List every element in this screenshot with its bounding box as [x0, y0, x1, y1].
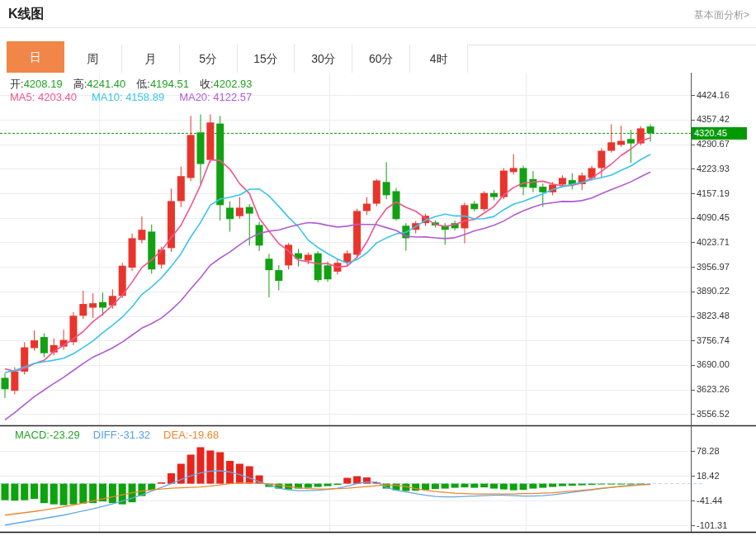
price-axis-label: 4023.71 [697, 237, 730, 247]
macd-legend: MACD:-23.29DIFF:-31.32DEA:-19.68 [15, 429, 232, 441]
high-label: 高: [73, 78, 87, 90]
ma-legend: MA5: 4203.40MA10: 4158.89MA20: 4122.57 [10, 91, 267, 103]
macd-axis-label: -41.44 [697, 496, 722, 505]
price-axis-label: 3556.52 [697, 409, 730, 419]
price-axis-label: 4223.93 [697, 164, 730, 173]
price-axis-label: 3956.97 [697, 262, 730, 272]
low-label: 低: [136, 78, 150, 90]
ma-legend-item-1: MA10: 4158.89 [92, 91, 164, 103]
tab-period-6[interactable]: 60分 [352, 45, 410, 73]
tab-period-4[interactable]: 15分 [238, 45, 295, 73]
price-axis-label: 4357.42 [697, 114, 730, 124]
macd-legend-item-0: MACD:-23.29 [15, 429, 80, 441]
macd-legend-item-1: DIFF:-31.32 [93, 429, 150, 441]
tab-period-5[interactable]: 30分 [295, 45, 353, 73]
ohlc-legend: 开:4208.19高:4241.40低:4194.51收:4202.93 [10, 77, 263, 92]
tab-period-3[interactable]: 5分 [180, 45, 238, 73]
last-price-tag: 4320.45 [692, 127, 747, 140]
ma-legend-item-0: MA5: 4203.40 [10, 91, 77, 103]
price-axis-label: 4424.16 [697, 90, 730, 100]
macd-axis-label: -101.31 [697, 520, 727, 530]
price-axis-label: 3823.48 [697, 311, 730, 320]
close-value: 4202.93 [214, 78, 253, 90]
close-label: 收: [200, 78, 214, 90]
open-value: 4208.19 [24, 78, 63, 90]
tab-period-2[interactable]: 月 [122, 45, 180, 73]
low-value: 4194.51 [150, 78, 189, 90]
price-axis-label: 4290.67 [697, 139, 730, 149]
page-title: K线图 [8, 6, 45, 23]
price-axis-label: 3756.74 [697, 335, 730, 345]
price-axis-label: 3690.00 [697, 359, 730, 369]
kline-app: K线图 基本面分析> 日周月5分15分30分60分4时 开:4208.19高:4… [0, 0, 756, 536]
title-divider [0, 27, 756, 28]
price-axis-label: 3890.22 [697, 286, 730, 296]
fundamental-analysis-link[interactable]: 基本面分析> [694, 8, 749, 22]
price-axis-label: 3623.26 [697, 384, 730, 394]
high-value: 4241.40 [87, 78, 125, 90]
price-axis-label: 4090.45 [697, 212, 730, 222]
ma-legend-item-2: MA20: 4122.57 [179, 91, 252, 103]
price-axis-label: 4157.19 [697, 188, 730, 198]
tab-period-0[interactable]: 日 [7, 41, 64, 73]
macd-axis-label: 18.42 [697, 471, 720, 481]
open-label: 开: [10, 78, 24, 90]
macd-axis-label: 78.28 [697, 446, 720, 456]
macd-legend-item-2: DEA:-19.68 [163, 429, 219, 441]
tab-period-1[interactable]: 周 [64, 45, 122, 73]
tab-period-7[interactable]: 4时 [410, 45, 468, 73]
